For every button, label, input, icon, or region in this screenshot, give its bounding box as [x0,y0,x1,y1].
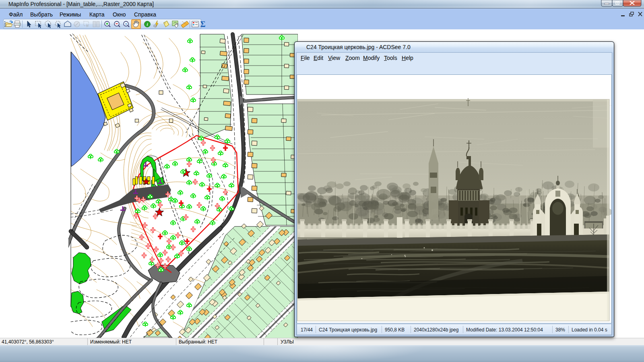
svg-text:?: ? [125,23,127,26]
svg-text:Σ: Σ [200,20,205,29]
